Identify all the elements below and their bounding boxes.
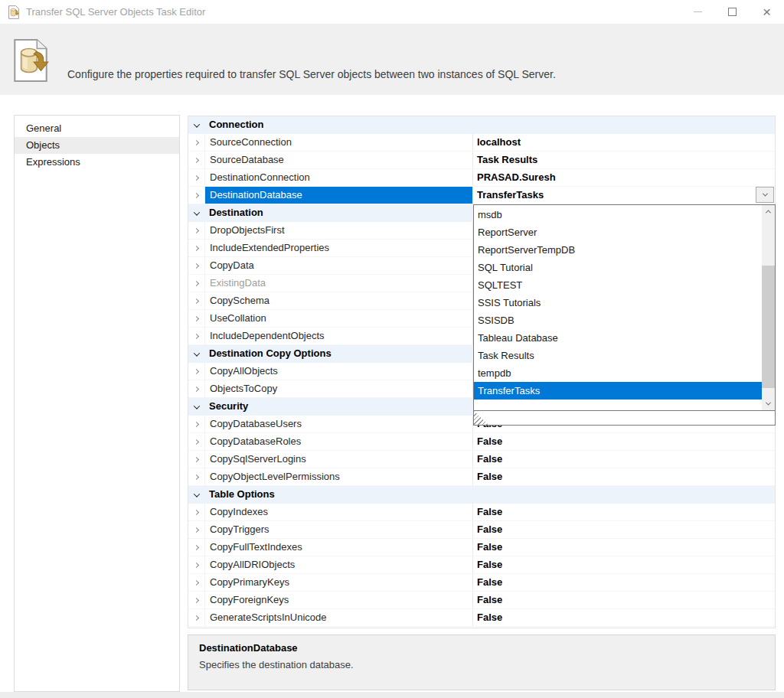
combo-dropdown-button[interactable] xyxy=(756,187,774,203)
category-label: Destination Copy Options xyxy=(205,345,332,363)
chevron-right-icon xyxy=(194,333,199,338)
property-value: False xyxy=(477,559,502,570)
property-row-copysqlserverlogins[interactable]: CopySqlServerLogins False xyxy=(188,451,775,468)
property-name: CopyPrimaryKeys xyxy=(205,574,473,591)
chevron-right-icon xyxy=(194,174,199,180)
property-value: False xyxy=(477,471,502,482)
property-row-copydatabaseroles[interactable]: CopyDatabaseRoles False xyxy=(188,433,775,451)
property-name: CopyIndexes xyxy=(205,504,473,520)
category-label: Connection xyxy=(205,116,264,134)
property-row-copytriggers[interactable]: CopyTriggers False xyxy=(188,521,775,539)
scroll-thumb[interactable] xyxy=(762,266,775,388)
chevron-right-icon xyxy=(194,157,199,162)
app-icon xyxy=(7,5,21,19)
maximize-icon xyxy=(728,8,737,16)
category-label: Destination xyxy=(205,204,263,222)
minimize-button[interactable] xyxy=(681,0,715,24)
property-row-copyalldriobjects[interactable]: CopyAllDRIObjects False xyxy=(188,556,775,574)
dropdown-item-transfertasks[interactable]: TransferTasks xyxy=(474,382,762,400)
dropdown-item-reportservertempdb[interactable]: ReportServerTempDB xyxy=(474,241,762,259)
close-button[interactable]: × xyxy=(750,0,784,24)
dropdown-item-tableau-database[interactable]: Tableau Database xyxy=(474,329,762,347)
dropdown-item-tempdb[interactable]: tempdb xyxy=(474,364,762,382)
chevron-down-icon xyxy=(188,345,205,363)
property-name: CopyDatabaseUsers xyxy=(205,416,473,432)
property-value: False xyxy=(477,506,502,517)
property-row-copyprimarykeys[interactable]: CopyPrimaryKeys False xyxy=(188,574,775,592)
category-label: Security xyxy=(205,398,248,416)
chevron-right-icon xyxy=(194,544,199,550)
dropdown-item-msdb[interactable]: msdb xyxy=(474,206,762,223)
property-row-destinationconnection[interactable]: DestinationConnection PRASAD.Suresh xyxy=(188,169,775,187)
property-row-copyfulltextindexes[interactable]: CopyFullTextIndexes False xyxy=(188,539,775,556)
dropdown-item-ssis-tutorials[interactable]: SSIS Tutorials xyxy=(474,294,762,311)
maximize-button[interactable] xyxy=(715,0,750,24)
dropdown-item-reportserver[interactable]: ReportServer xyxy=(474,223,762,241)
chevron-right-icon xyxy=(194,456,199,462)
dropdown-list: msdbReportServerReportServerTempDBSQL Tu… xyxy=(474,205,762,410)
property-name: CopyFullTextIndexes xyxy=(205,539,473,556)
chevron-right-icon xyxy=(194,509,199,514)
property-row-destinationdatabase[interactable]: DestinationDatabase TransferTasks xyxy=(188,187,775,204)
sidebar-item-general[interactable]: General xyxy=(15,120,179,137)
chevron-right-icon xyxy=(194,615,199,620)
help-panel: DestinationDatabase Specifies the destin… xyxy=(188,634,776,690)
property-name: CopyData xyxy=(205,257,473,274)
dropdown-resize-strip[interactable] xyxy=(473,411,776,426)
sidebar-item-label: General xyxy=(26,122,61,134)
scroll-up-button[interactable] xyxy=(762,205,775,218)
chevron-right-icon xyxy=(194,368,199,373)
property-name: CopyDatabaseRoles xyxy=(205,433,473,450)
property-row-copyforeignkeys[interactable]: CopyForeignKeys False xyxy=(188,592,775,609)
property-name: CopySqlServerLogins xyxy=(205,451,473,468)
property-name: SourceConnection xyxy=(205,134,473,151)
chevron-right-icon xyxy=(194,139,199,145)
property-value: False xyxy=(477,612,502,623)
property-name: UseCollation xyxy=(205,310,473,327)
dropdown-item-sql-tutorial[interactable]: SQL Tutorial xyxy=(474,259,762,276)
property-name: DestinationConnection xyxy=(205,169,473,186)
property-value: TransferTasks xyxy=(477,189,544,201)
chevron-down-icon xyxy=(766,400,771,406)
property-row-generatescriptsinunicode[interactable]: GenerateScriptsInUnicode False xyxy=(188,609,775,627)
property-value: False xyxy=(477,435,502,447)
help-property-title: DestinationDatabase xyxy=(199,642,764,654)
property-name: ObjectsToCopy xyxy=(205,380,473,397)
property-row-copyindexes[interactable]: CopyIndexes False xyxy=(188,504,775,521)
chevron-right-icon xyxy=(194,597,199,602)
chevron-down-icon xyxy=(188,398,205,416)
category-row-table-options[interactable]: Table Options xyxy=(188,486,775,504)
resize-grip-icon[interactable] xyxy=(474,411,488,425)
property-value: False xyxy=(477,576,502,588)
property-value: Task Results xyxy=(477,154,537,165)
dropdown-item-ssisdb[interactable]: SSISDB xyxy=(474,311,762,329)
property-name: CopySchema xyxy=(205,292,473,309)
chevron-right-icon xyxy=(194,527,199,532)
property-row-copyobjectlevelpermissions[interactable]: CopyObjectLevelPermissions False xyxy=(188,468,775,486)
chevron-right-icon xyxy=(194,386,199,391)
chevron-right-icon xyxy=(194,579,199,585)
destination-database-dropdown: msdbReportServerReportServerTempDBSQL Tu… xyxy=(473,204,776,426)
property-name: CopyAllObjects xyxy=(205,363,473,380)
scroll-track[interactable] xyxy=(762,218,775,397)
chevron-down-icon xyxy=(188,204,205,222)
property-name: DropObjectsFirst xyxy=(205,222,473,239)
property-value: localhost xyxy=(477,136,521,148)
chevron-down-icon xyxy=(188,486,205,504)
chevron-up-icon xyxy=(766,210,771,215)
chevron-right-icon xyxy=(194,315,199,321)
chevron-right-icon xyxy=(194,298,199,303)
dropdown-item-sqltest[interactable]: SQLTEST xyxy=(474,276,762,294)
sidebar-item-objects[interactable]: Objects xyxy=(15,137,179,154)
property-row-sourcedatabase[interactable]: SourceDatabase Task Results xyxy=(188,152,775,169)
property-row-sourceconnection[interactable]: SourceConnection localhost xyxy=(188,134,775,152)
scroll-down-button[interactable] xyxy=(762,397,775,410)
property-value: False xyxy=(477,524,502,535)
dialog-bottom-edge xyxy=(0,692,784,698)
dropdown-item-task-results[interactable]: Task Results xyxy=(474,347,762,364)
window-title: Transfer SQL Server Objects Task Editor xyxy=(26,6,205,18)
category-row-connection[interactable]: Connection xyxy=(188,116,775,134)
sidebar-item-expressions[interactable]: Expressions xyxy=(15,154,179,171)
sql-transfer-task-icon xyxy=(10,38,51,83)
dropdown-scrollbar[interactable] xyxy=(762,205,775,410)
